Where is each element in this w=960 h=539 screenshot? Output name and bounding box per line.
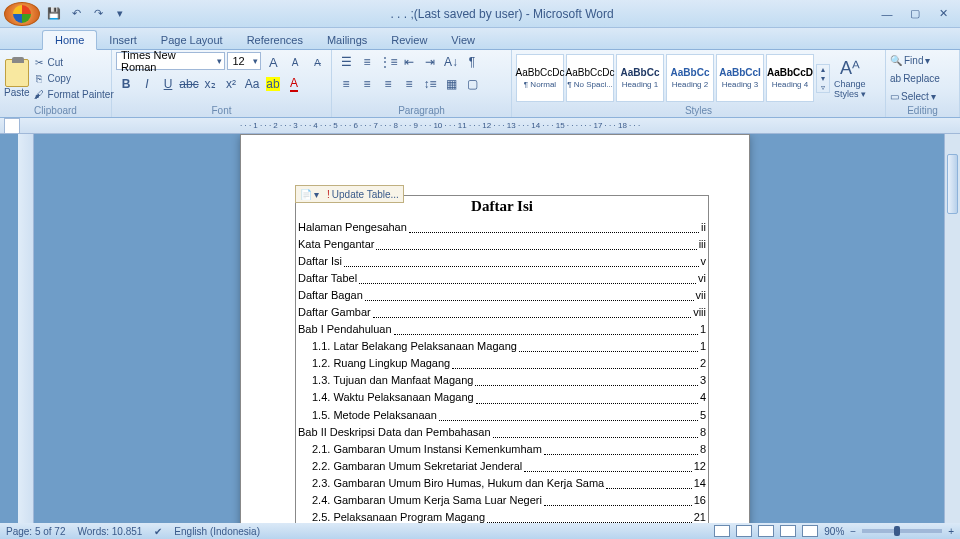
bullets-button[interactable]: ☰ xyxy=(336,52,356,72)
tab-home[interactable]: Home xyxy=(42,30,97,50)
toc-entry[interactable]: Bab I Pendahuluan1 xyxy=(298,321,706,338)
minimize-button[interactable]: — xyxy=(874,5,900,23)
ruler-corner[interactable] xyxy=(4,118,20,134)
styles-up-icon[interactable]: ▴ xyxy=(817,65,829,74)
vertical-ruler[interactable] xyxy=(18,134,34,523)
style-heading-2[interactable]: AaBbCcHeading 2 xyxy=(666,54,714,102)
toc-entry[interactable]: Daftar Baganvii xyxy=(298,287,706,304)
zoom-thumb[interactable] xyxy=(894,526,900,536)
align-center-button[interactable]: ≡ xyxy=(357,74,377,94)
toc-entry[interactable]: 2.1. Gambaran Umum Instansi Kemenkumham8 xyxy=(298,441,706,458)
toc-entry[interactable]: 1.3. Tujuan dan Manfaat Magang3 xyxy=(298,372,706,389)
multilevel-list-button[interactable]: ⋮≡ xyxy=(378,52,398,72)
toc-field[interactable]: Daftar Isi Halaman PengesahaniiKata Peng… xyxy=(295,195,709,523)
toc-entry[interactable]: Bab II Deskripsi Data dan Pembahasan8 xyxy=(298,424,706,441)
style--normal[interactable]: AaBbCcDc¶ Normal xyxy=(516,54,564,102)
toc-entry[interactable]: 2.3. Gambaran Umum Biro Humas, Hukum dan… xyxy=(298,475,706,492)
line-spacing-button[interactable]: ↕≡ xyxy=(420,74,440,94)
save-icon[interactable]: 💾 xyxy=(44,4,64,24)
zoom-in-button[interactable]: + xyxy=(948,526,954,537)
select-button[interactable]: ▭Select ▾ xyxy=(890,88,955,104)
toc-entry[interactable]: 1.5. Metode Pelaksanaan5 xyxy=(298,407,706,424)
styles-scroll[interactable]: ▴▾▿ xyxy=(816,64,830,93)
zoom-slider[interactable] xyxy=(862,529,942,533)
toc-entry[interactable]: 1.1. Latar Belakang Pelaksanaan Magang1 xyxy=(298,338,706,355)
status-proofing-icon[interactable]: ✔ xyxy=(154,526,162,537)
style-heading-3[interactable]: AaBbCcIHeading 3 xyxy=(716,54,764,102)
numbering-button[interactable]: ≡ xyxy=(357,52,377,72)
borders-button[interactable]: ▢ xyxy=(462,74,482,94)
copy-button[interactable]: ⎘Copy xyxy=(32,70,114,86)
align-right-button[interactable]: ≡ xyxy=(378,74,398,94)
styles-more-icon[interactable]: ▿ xyxy=(817,83,829,92)
redo-icon[interactable]: ↷ xyxy=(88,4,108,24)
font-size-combo[interactable]: 12 xyxy=(227,52,261,70)
change-case-button[interactable]: Aa xyxy=(242,74,262,94)
toc-update-button[interactable]: !Update Table... xyxy=(323,189,403,200)
clear-formatting-button[interactable]: A̶ xyxy=(307,52,327,72)
toc-entry[interactable]: Daftar Gambarviii xyxy=(298,304,706,321)
zoom-out-button[interactable]: − xyxy=(850,526,856,537)
justify-button[interactable]: ≡ xyxy=(399,74,419,94)
style-heading-4[interactable]: AaBbCcDHeading 4 xyxy=(766,54,814,102)
toc-entry[interactable]: 2.2. Gambaran Umum Sekretariat Jenderal1… xyxy=(298,458,706,475)
toc-entry[interactable]: 2.5. Pelaksanaan Program Magang21 xyxy=(298,509,706,523)
strikethrough-button[interactable]: abc xyxy=(179,74,199,94)
styles-down-icon[interactable]: ▾ xyxy=(817,74,829,83)
tab-review[interactable]: Review xyxy=(379,31,439,49)
maximize-button[interactable]: ▢ xyxy=(902,5,928,23)
sort-button[interactable]: A↓ xyxy=(441,52,461,72)
toc-entry[interactable]: 1.4. Waktu Pelaksanaan Magang4 xyxy=(298,389,706,406)
style--no-spaci-[interactable]: AaBbCcDc¶ No Spaci... xyxy=(566,54,614,102)
toc-entry[interactable]: Halaman Pengesahanii xyxy=(298,219,706,236)
outline-view-button[interactable] xyxy=(780,525,796,537)
increase-indent-button[interactable]: ⇥ xyxy=(420,52,440,72)
cut-button[interactable]: ✂Cut xyxy=(32,54,114,70)
grow-font-button[interactable]: A xyxy=(263,52,283,72)
tab-page-layout[interactable]: Page Layout xyxy=(149,31,235,49)
highlight-button[interactable]: ab xyxy=(263,74,283,94)
style-heading-1[interactable]: AaBbCcHeading 1 xyxy=(616,54,664,102)
bold-button[interactable]: B xyxy=(116,74,136,94)
toc-entry[interactable]: Kata Pengantariii xyxy=(298,236,706,253)
replace-button[interactable]: abReplace xyxy=(890,70,955,86)
print-layout-view-button[interactable] xyxy=(714,525,730,537)
toc-menu-button[interactable]: 📄▾ xyxy=(296,189,323,200)
zoom-level[interactable]: 90% xyxy=(824,526,844,537)
font-name-combo[interactable]: Times New Roman xyxy=(116,52,225,70)
shrink-font-button[interactable]: A xyxy=(285,52,305,72)
customize-qat-icon[interactable]: ▾ xyxy=(110,4,130,24)
change-styles-button[interactable]: AᴬChangeStyles ▾ xyxy=(832,53,868,103)
tab-insert[interactable]: Insert xyxy=(97,31,149,49)
scrollbar-thumb[interactable] xyxy=(947,154,958,214)
tab-mailings[interactable]: Mailings xyxy=(315,31,379,49)
close-button[interactable]: ✕ xyxy=(930,5,956,23)
align-left-button[interactable]: ≡ xyxy=(336,74,356,94)
superscript-button[interactable]: x² xyxy=(221,74,241,94)
show-marks-button[interactable]: ¶ xyxy=(462,52,482,72)
toc-entry[interactable]: 1.2. Ruang Lingkup Magang2 xyxy=(298,355,706,372)
paste-button[interactable]: Paste xyxy=(4,53,30,103)
find-button[interactable]: 🔍Find ▾ xyxy=(890,52,955,68)
status-page[interactable]: Page: 5 of 72 xyxy=(6,526,66,537)
draft-view-button[interactable] xyxy=(802,525,818,537)
tab-references[interactable]: References xyxy=(235,31,315,49)
full-screen-view-button[interactable] xyxy=(736,525,752,537)
undo-icon[interactable]: ↶ xyxy=(66,4,86,24)
toc-entry[interactable]: 2.4. Gambaran Umum Kerja Sama Luar Neger… xyxy=(298,492,706,509)
font-color-button[interactable]: A xyxy=(284,74,304,94)
page[interactable]: 📄▾ !Update Table... Daftar Isi Halaman P… xyxy=(240,134,750,523)
toc-entry[interactable]: Daftar Isiv xyxy=(298,253,706,270)
office-button[interactable] xyxy=(4,2,40,26)
underline-button[interactable]: U xyxy=(158,74,178,94)
format-painter-button[interactable]: 🖌Format Painter xyxy=(32,86,114,102)
decrease-indent-button[interactable]: ⇤ xyxy=(399,52,419,72)
toc-entry[interactable]: Daftar Tabelvi xyxy=(298,270,706,287)
status-language[interactable]: English (Indonesia) xyxy=(174,526,260,537)
shading-button[interactable]: ▦ xyxy=(441,74,461,94)
tab-view[interactable]: View xyxy=(439,31,487,49)
horizontal-ruler[interactable]: · · · 1 · · · 2 · · · 3 · · · 4 · · · 5 … xyxy=(0,118,960,134)
italic-button[interactable]: I xyxy=(137,74,157,94)
subscript-button[interactable]: x₂ xyxy=(200,74,220,94)
web-layout-view-button[interactable] xyxy=(758,525,774,537)
